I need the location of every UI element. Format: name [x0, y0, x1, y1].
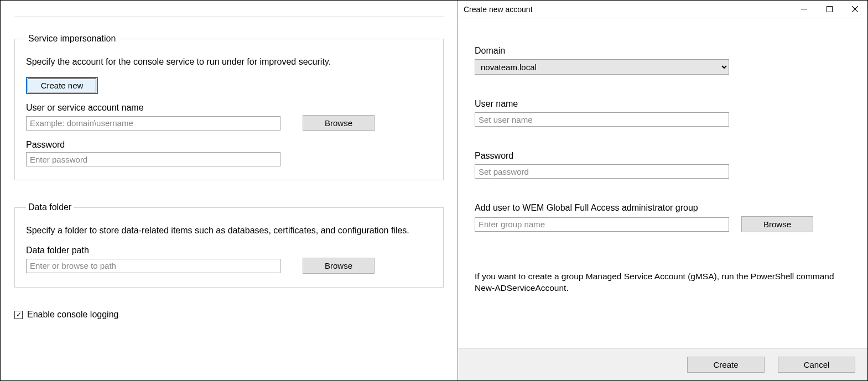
data-folder-desc: Specify a folder to store data-related i…	[26, 226, 432, 236]
data-folder-legend: Data folder	[26, 202, 74, 212]
service-impersonation-legend: Service impersonation	[26, 34, 118, 44]
close-icon	[852, 6, 858, 12]
group-browse-button[interactable]: Browse	[741, 216, 813, 232]
domain-label: Domain	[475, 46, 851, 56]
window-buttons	[791, 1, 867, 18]
enable-logging-checkbox[interactable]: ✓	[14, 311, 23, 319]
password-label: Password	[26, 140, 432, 150]
enable-logging-row[interactable]: ✓ Enable console logging	[14, 310, 444, 320]
cancel-button[interactable]: Cancel	[778, 357, 855, 373]
domain-field: Domain novateam.local	[475, 46, 851, 75]
group-row: Browse	[475, 216, 851, 232]
account-browse-button[interactable]: Browse	[303, 115, 375, 131]
maximize-button[interactable]	[817, 1, 842, 18]
left-inner: Service impersonation Specify the accoun…	[14, 1, 444, 380]
dialog-password-field: Password	[475, 151, 851, 179]
gmsa-hint: If you want to create a group Managed Se…	[475, 271, 851, 294]
minimize-button[interactable]	[791, 1, 817, 18]
data-folder-group: Data folder Specify a folder to store da…	[14, 202, 444, 288]
account-name-row: Browse	[26, 115, 432, 131]
account-name-label: User or service account name	[26, 103, 432, 113]
group-field: Add user to WEM Global Full Access admin…	[475, 203, 851, 232]
dialog-body: Domain novateam.local User name Password…	[458, 18, 867, 348]
maximize-icon	[827, 6, 833, 12]
dialog-footer: Create Cancel	[458, 348, 867, 380]
create-new-button[interactable]: Create new	[26, 77, 98, 94]
data-folder-path-input[interactable]	[26, 259, 280, 273]
group-input[interactable]	[475, 217, 729, 232]
minimize-icon	[801, 6, 807, 12]
top-separator	[14, 1, 444, 17]
dialog-title: Create new account	[464, 5, 791, 14]
close-button[interactable]	[842, 1, 867, 18]
dialog-password-input[interactable]	[475, 164, 729, 179]
data-folder-path-label: Data folder path	[26, 246, 432, 255]
left-panel: Service impersonation Specify the accoun…	[1, 1, 458, 380]
app-root: Service impersonation Specify the accoun…	[0, 0, 868, 381]
username-field: User name	[475, 99, 851, 127]
dialog-password-label: Password	[475, 151, 851, 161]
account-name-input[interactable]	[26, 116, 280, 131]
username-input[interactable]	[475, 112, 729, 127]
create-button[interactable]: Create	[687, 357, 765, 373]
service-impersonation-group: Service impersonation Specify the accoun…	[14, 34, 444, 180]
data-folder-row: Browse	[26, 258, 432, 274]
svg-rect-0	[827, 7, 832, 12]
password-input[interactable]	[26, 152, 280, 166]
create-account-dialog: Create new account Domain novateam.local	[458, 1, 867, 380]
group-label: Add user to WEM Global Full Access admin…	[475, 203, 851, 213]
service-impersonation-desc: Specify the account for the console serv…	[26, 57, 432, 67]
dialog-titlebar: Create new account	[458, 1, 867, 18]
data-folder-browse-button[interactable]: Browse	[303, 258, 375, 274]
domain-select[interactable]: novateam.local	[475, 59, 729, 75]
username-label: User name	[475, 99, 851, 109]
enable-logging-label: Enable console logging	[27, 310, 118, 320]
